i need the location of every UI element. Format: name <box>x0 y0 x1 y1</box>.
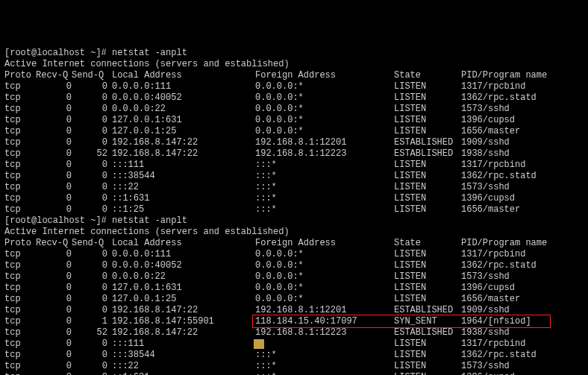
cell-local: 0.0.0.0:40052 <box>107 260 255 271</box>
cell-local: :::38544 <box>107 171 255 182</box>
cell-recvq: 0 <box>36 182 72 193</box>
cell-sendq: 0 <box>72 92 107 104</box>
cell-state: ESTABLISHED <box>394 327 461 338</box>
cell-pid: 1656/master <box>461 294 520 305</box>
cell-recvq: 0 <box>36 193 72 204</box>
cell-pid: 1396/cupsd <box>461 372 515 375</box>
cell-proto: tcp <box>4 115 36 126</box>
table-row: tcp000.0.0.0:1110.0.0.0:*LISTEN1317/rpcb… <box>4 81 584 92</box>
cell-local: 192.168.8.147:55901 <box>107 316 255 327</box>
cell-proto: tcp <box>4 182 36 193</box>
col-local: Local Address <box>107 238 255 249</box>
cell-pid: 1656/master <box>461 204 520 215</box>
cell-local: ::1:25 <box>107 204 255 215</box>
cell-foreign: 118.184.15.40:17097 <box>255 316 394 327</box>
cell-local: 192.168.8.147:22 <box>107 137 255 148</box>
cell-pid: 1573/sshd <box>461 361 510 372</box>
cell-state: LISTEN <box>394 271 461 283</box>
table-row: tcp00:::22:::*LISTEN1573/sshd <box>4 361 584 372</box>
col-recvq: Recv-Q <box>36 70 72 81</box>
table-row: tcp000.0.0.0:220.0.0.0:*LISTEN1573/sshd <box>4 271 584 283</box>
table-row: tcp00::1:25:::*LISTEN1656/master <box>4 204 584 215</box>
cell-recvq: 0 <box>36 249 72 260</box>
cell-recvq: 0 <box>36 204 72 215</box>
col-sendq: Send-Q <box>72 70 107 81</box>
cell-state: LISTEN <box>394 92 461 104</box>
cell-local: :::22 <box>107 182 255 193</box>
connections-header: Active Internet connections (servers and… <box>4 227 584 238</box>
cell-foreign: :::* <box>255 160 394 171</box>
table-row: tcp00:::111:::*LISTEN1317/rpcbind <box>4 160 584 171</box>
cell-sendq: 0 <box>72 182 107 193</box>
cell-local: :::111 <box>107 338 255 350</box>
cell-proto: tcp <box>4 338 36 350</box>
cell-local: :::22 <box>107 361 255 372</box>
terminal-output[interactable]: [root@localhost ~]# netstat -anpltActive… <box>4 48 584 375</box>
cell-foreign: 192.168.8.1:12223 <box>255 327 394 338</box>
cell-proto: tcp <box>4 126 36 137</box>
cell-foreign: :::* <box>255 361 394 372</box>
cell-pid: 1362/rpc.statd <box>461 171 537 182</box>
cell-state: LISTEN <box>394 260 461 271</box>
cell-sendq: 0 <box>72 338 107 350</box>
cell-sendq: 0 <box>72 361 107 372</box>
table-row: tcp000.0.0.0:400520.0.0.0:*LISTEN1362/rp… <box>4 260 584 271</box>
cell-local: 0.0.0.0:22 <box>107 104 255 115</box>
table-row: tcp00:::38544:::*LISTEN1362/rpc.statd <box>4 350 584 361</box>
cell-foreign: :::* <box>255 193 394 204</box>
cell-sendq: 0 <box>72 171 107 182</box>
cell-state: LISTEN <box>394 294 461 305</box>
table-row: tcp00::1:631:::*LISTEN1396/cupsd <box>4 372 584 375</box>
connections-header: Active Internet connections (servers and… <box>4 59 584 70</box>
column-headers: ProtoRecv-QSend-QLocal AddressForeign Ad… <box>4 238 584 249</box>
table-row: tcp00127.0.0.1:250.0.0.0:*LISTEN1656/mas… <box>4 294 584 305</box>
cell-state: ESTABLISHED <box>394 148 461 160</box>
cell-state: LISTEN <box>394 126 461 137</box>
cell-sendq: 0 <box>72 260 107 271</box>
col-proto: Proto <box>4 238 36 249</box>
table-row: tcp00192.168.8.147:22192.168.8.1:12201ES… <box>4 137 584 148</box>
cell-proto: tcp <box>4 148 36 160</box>
cell-recvq: 0 <box>36 160 72 171</box>
cell-recvq: 0 <box>36 126 72 137</box>
cell-recvq: 0 <box>36 372 72 375</box>
table-row: tcp000.0.0.0:400520.0.0.0:*LISTEN1362/rp… <box>4 92 584 104</box>
cell-proto: tcp <box>4 271 36 283</box>
cell-foreign: 0.0.0.0:* <box>255 81 394 92</box>
cell-sendq: 0 <box>72 372 107 375</box>
table-row: tcp000.0.0.0:1110.0.0.0:*LISTEN1317/rpcb… <box>4 249 584 260</box>
cell-pid: 1938/sshd <box>461 327 510 338</box>
cell-state: LISTEN <box>394 193 461 204</box>
cell-pid: 1573/sshd <box>461 182 510 193</box>
table-row: tcp052192.168.8.147:22192.168.8.1:12223E… <box>4 148 584 160</box>
cell-foreign: 192.168.8.1:12201 <box>255 137 394 148</box>
shell-prompt-line: [root@localhost ~]# netstat -anplt <box>4 48 584 59</box>
shell-prompt: [root@localhost ~]# <box>4 48 112 58</box>
cell-foreign: 0.0.0.0:* <box>255 249 394 260</box>
cell-local: 127.0.0.1:25 <box>107 126 255 137</box>
cell-recvq: 0 <box>36 316 72 327</box>
table-row: tcp00127.0.0.1:6310.0.0.0:*LISTEN1396/cu… <box>4 283 584 294</box>
cell-sendq: 0 <box>72 249 107 260</box>
shell-prompt-line: [root@localhost ~]# netstat -anplt <box>4 215 584 227</box>
cell-state: LISTEN <box>394 81 461 92</box>
cell-sendq: 52 <box>72 148 107 160</box>
table-row: tcp00192.168.8.147:22192.168.8.1:12201ES… <box>4 305 584 316</box>
cell-recvq: 0 <box>36 338 72 350</box>
column-headers: ProtoRecv-QSend-QLocal AddressForeign Ad… <box>4 70 584 81</box>
cell-pid: 1909/sshd <box>461 137 510 148</box>
cell-pid: 1396/cupsd <box>461 193 515 204</box>
cell-recvq: 0 <box>36 81 72 92</box>
cell-foreign: 0.0.0.0:* <box>255 104 394 115</box>
cell-local: 192.168.8.147:22 <box>107 305 255 316</box>
cell-state: LISTEN <box>394 115 461 126</box>
cell-proto: tcp <box>4 81 36 92</box>
cell-foreign: :::* <box>255 171 394 182</box>
cell-proto: tcp <box>4 283 36 294</box>
cell-local: 0.0.0.0:111 <box>107 249 255 260</box>
cell-state: LISTEN <box>394 249 461 260</box>
cell-recvq: 0 <box>36 361 72 372</box>
cell-state: LISTEN <box>394 171 461 182</box>
cell-recvq: 0 <box>36 350 72 361</box>
cell-recvq: 0 <box>36 260 72 271</box>
